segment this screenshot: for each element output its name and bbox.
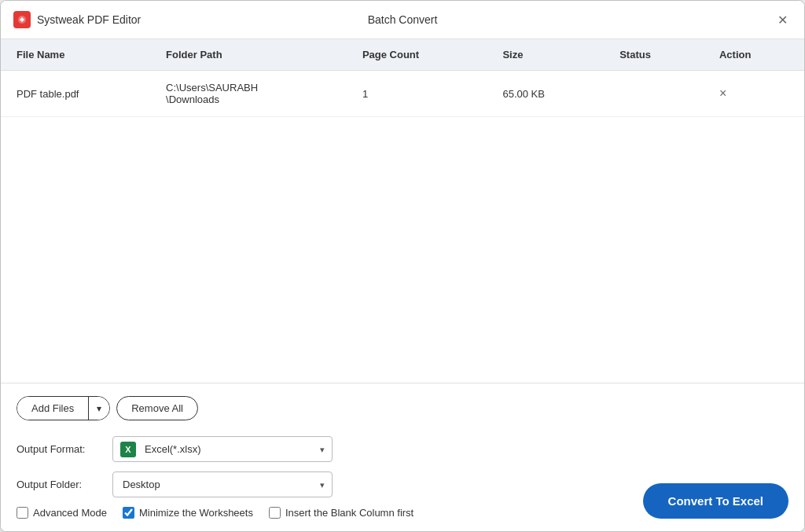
cell-folder-path: C:\Users\SAURABH \Downloads (150, 71, 347, 117)
table-header-row: File Name Folder Path Page Count Size St… (1, 39, 804, 71)
bottom-section: Add Files ▾ Remove All Output Format: X … (1, 383, 804, 531)
file-table: File Name Folder Path Page Count Size St… (1, 39, 804, 117)
col-file-name: File Name (1, 39, 150, 71)
col-status: Status (604, 39, 704, 71)
col-page-count: Page Count (347, 39, 487, 71)
col-size: Size (487, 39, 604, 71)
table-body: PDF table.pdf C:\Users\SAURABH \Download… (1, 71, 804, 117)
app-title: Systweak PDF Editor (37, 13, 141, 26)
checkbox-row: Advanced Mode Minimize the Worksheets In… (17, 507, 788, 519)
main-window: Systweak PDF Editor Batch Convert ✕ File… (0, 0, 805, 532)
add-files-button[interactable]: Add Files (17, 397, 88, 420)
insert-blank-label: Insert the Blank Column first (285, 507, 414, 519)
title-bar-left: Systweak PDF Editor (13, 11, 141, 28)
add-files-group: Add Files ▾ (17, 396, 110, 420)
output-format-select[interactable]: Excel(*.xlsx) (112, 436, 333, 462)
insert-blank-checkbox-item[interactable]: Insert the Blank Column first (269, 507, 414, 519)
output-format-label: Output Format: (17, 443, 103, 455)
insert-blank-checkbox[interactable] (269, 507, 281, 519)
minimize-worksheets-checkbox[interactable] (123, 507, 134, 519)
output-format-select-wrapper: X Excel(*.xlsx) ▾ (112, 436, 333, 462)
col-folder-path: Folder Path (150, 39, 347, 71)
table-row: PDF table.pdf C:\Users\SAURABH \Download… (1, 71, 804, 117)
advanced-mode-label: Advanced Mode (33, 507, 107, 519)
cell-size: 65.00 KB (487, 71, 604, 117)
cell-status (604, 71, 704, 117)
output-folder-select[interactable]: Desktop (112, 471, 333, 497)
remove-all-button[interactable]: Remove All (116, 396, 198, 420)
convert-button[interactable]: Convert To Excel (643, 483, 788, 519)
output-folder-select-wrapper: Desktop ▾ (112, 471, 333, 497)
minimize-worksheets-checkbox-item[interactable]: Minimize the Worksheets (123, 507, 253, 519)
cell-page-count: 1 (347, 71, 487, 117)
minimize-worksheets-label: Minimize the Worksheets (139, 507, 253, 519)
col-action: Action (704, 39, 804, 71)
cell-action[interactable]: × (704, 71, 804, 117)
app-icon (13, 11, 31, 28)
button-row: Add Files ▾ Remove All (17, 396, 788, 420)
window-title: Batch Convert (368, 13, 438, 26)
advanced-mode-checkbox[interactable] (17, 507, 28, 519)
close-button[interactable]: ✕ (773, 10, 792, 29)
file-table-section: File Name Folder Path Page Count Size St… (1, 39, 804, 383)
advanced-mode-checkbox-item[interactable]: Advanced Mode (17, 507, 107, 519)
content-area: File Name Folder Path Page Count Size St… (1, 39, 804, 531)
add-files-dropdown-button[interactable]: ▾ (88, 397, 109, 420)
cell-file-name: PDF table.pdf (1, 71, 150, 117)
output-format-row: Output Format: X Excel(*.xlsx) ▾ (17, 436, 788, 462)
output-folder-label: Output Folder: (17, 479, 103, 490)
title-bar: Systweak PDF Editor Batch Convert ✕ (1, 1, 804, 39)
